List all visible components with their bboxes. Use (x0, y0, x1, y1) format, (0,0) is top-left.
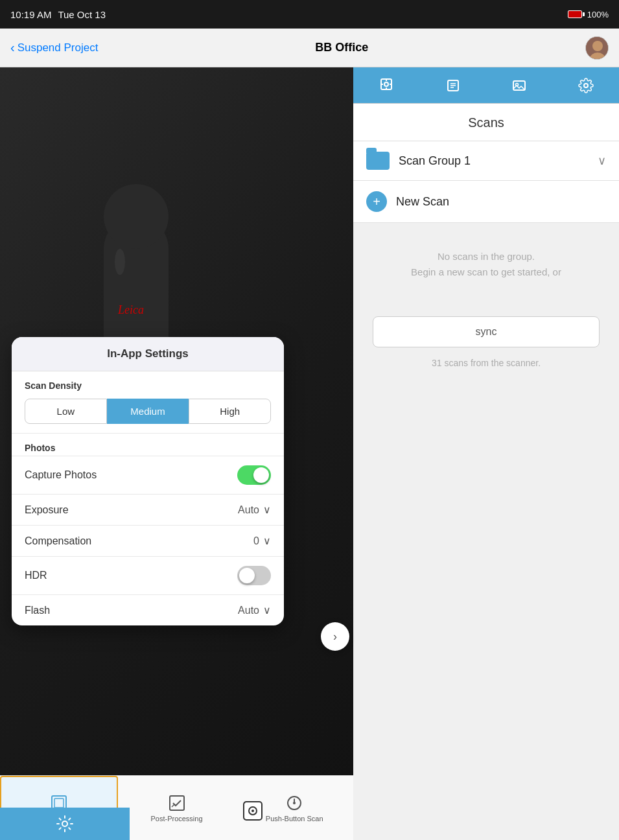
nav-title: BB Office (315, 41, 368, 54)
compensation-dropdown[interactable]: 0 ∨ (253, 535, 271, 547)
svg-rect-18 (170, 796, 184, 810)
exposure-row: Exposure Auto ∨ (12, 494, 284, 525)
svg-point-4 (104, 184, 169, 249)
svg-point-20 (293, 802, 296, 804)
flash-value: Auto (238, 605, 259, 616)
new-scan-label: New Scan (396, 195, 449, 209)
settings-sub-bar[interactable] (0, 808, 130, 840)
scanner-bottom-icon[interactable] (233, 795, 272, 827)
chevron-down-icon: ∨ (598, 154, 606, 168)
density-selector: Low Medium High (12, 395, 284, 433)
flash-dropdown[interactable]: Auto ∨ (238, 604, 271, 616)
photos-section-title: Photos (12, 433, 284, 456)
capture-photos-label: Capture Photos (25, 469, 97, 481)
avatar[interactable] (585, 36, 609, 60)
plus-icon: + (366, 191, 387, 212)
capture-photos-row: Capture Photos (12, 456, 284, 494)
back-chevron-icon: ‹ (10, 40, 15, 55)
exposure-dropdown[interactable]: Auto ∨ (238, 504, 271, 516)
toggle-knob (253, 467, 269, 483)
svg-point-8 (384, 82, 388, 86)
scan-density-title: Scan Density (12, 371, 284, 395)
settings-sub-icon (56, 815, 74, 833)
new-scan-row[interactable]: + New Scan (353, 181, 619, 223)
compensation-chevron-icon: ∨ (263, 535, 271, 547)
folder-icon (366, 152, 390, 170)
status-right: 100% (568, 10, 609, 19)
expand-arrow-icon: › (333, 630, 337, 644)
empty-text-2: Begin a new scan to get started, or (366, 264, 606, 280)
images-tab-icon (511, 78, 527, 93)
post-processing-icon (168, 794, 186, 812)
sync-button[interactable]: sync (373, 316, 600, 347)
scan-group-name: Scan Group 1 (399, 154, 598, 168)
sync-subtext: 31 scans from the scanner. (353, 358, 619, 368)
hdr-label: HDR (25, 570, 47, 581)
panel-tabs (353, 67, 619, 104)
density-medium[interactable]: Medium (107, 399, 189, 424)
settings-tab-icon (578, 78, 594, 93)
scans-title: Scans (353, 104, 619, 141)
status-time: 10:19 AM (10, 9, 51, 20)
status-date: Tue Oct 13 (58, 9, 106, 20)
hdr-toggle[interactable] (237, 566, 271, 585)
hdr-toggle-knob (239, 568, 255, 583)
tab-post-processing[interactable]: Post-Processing (118, 776, 236, 840)
post-processing-label: Post-Processing (150, 815, 202, 822)
scanner-icon (241, 799, 264, 822)
exposure-value: Auto (238, 504, 259, 516)
flash-row: Flash Auto ∨ (12, 594, 284, 625)
svg-point-15 (584, 84, 588, 88)
compensation-value: 0 (253, 535, 259, 547)
flash-label: Flash (25, 605, 50, 616)
svg-point-24 (251, 810, 254, 812)
flash-chevron-icon: ∨ (263, 604, 271, 616)
compensation-label: Compensation (25, 535, 91, 547)
hdr-row: HDR (12, 556, 284, 594)
svg-rect-17 (54, 799, 64, 808)
exposure-chevron-icon: ∨ (263, 504, 271, 516)
scan-group-row[interactable]: Scan Group 1 ∨ (353, 141, 619, 181)
push-button-scan-label: Push-Button Scan (266, 815, 323, 822)
svg-text:Leica: Leica (117, 303, 144, 316)
nav-bar: ‹ Suspend Project BB Office (0, 29, 619, 67)
empty-state: No scans in the group. Begin a new scan … (353, 223, 619, 306)
back-button[interactable]: ‹ Suspend Project (10, 40, 98, 55)
push-button-scan-icon (285, 794, 303, 812)
svg-point-6 (115, 249, 125, 275)
svg-point-1 (592, 41, 603, 51)
tab-settings[interactable] (553, 67, 620, 103)
settings-panel-title: In-App Settings (12, 337, 284, 371)
expand-button[interactable]: › (321, 622, 349, 651)
compensation-row: Compensation 0 ∨ (12, 525, 284, 556)
settings-panel: In-App Settings Scan Density Low Medium … (12, 337, 284, 625)
notes-tab-icon (445, 78, 461, 93)
scan-tab-icon (379, 76, 394, 92)
status-bar: 10:19 AM Tue Oct 13 100% (0, 0, 619, 29)
battery-percent: 100% (587, 10, 609, 19)
capture-photos-toggle[interactable] (237, 465, 271, 485)
tab-notes[interactable] (420, 67, 487, 103)
svg-point-21 (62, 821, 67, 826)
battery-icon (568, 10, 582, 18)
tab-scans[interactable] (353, 67, 420, 103)
tab-images[interactable] (486, 67, 553, 103)
empty-text-1: No scans in the group. (366, 249, 606, 264)
back-label: Suspend Project (18, 41, 99, 54)
density-high[interactable]: High (189, 399, 271, 424)
right-panel: Scans Scan Group 1 ∨ + New Scan No scans… (353, 67, 619, 840)
density-low[interactable]: Low (25, 399, 107, 424)
exposure-label: Exposure (25, 504, 69, 516)
scans-content: Scans Scan Group 1 ∨ + New Scan No scans… (353, 104, 619, 840)
